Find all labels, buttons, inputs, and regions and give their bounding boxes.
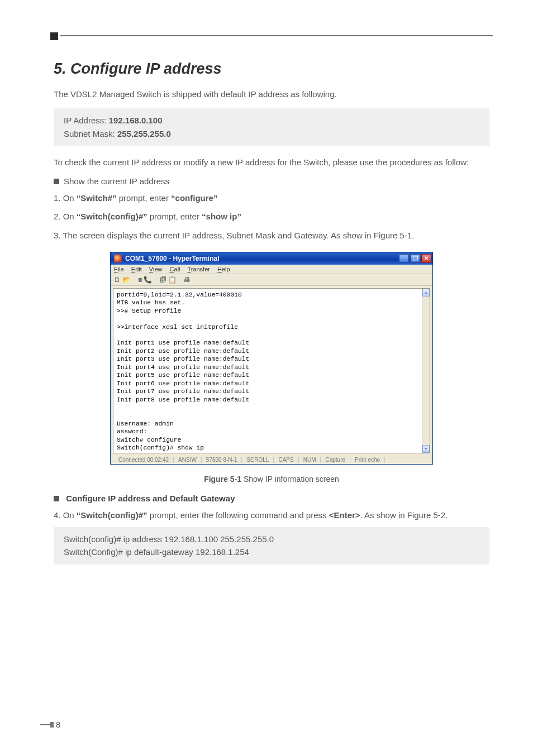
status-connected: Connected 00:02:42 xyxy=(114,457,174,463)
bullet-show-ip: Show the current IP address xyxy=(54,176,489,186)
footer-tick xyxy=(50,722,54,728)
cmd-line-2: Switch(Config)# ip default-gateway 192.1… xyxy=(64,547,249,557)
step-1-pre: 1. On xyxy=(54,193,77,203)
step-2: 2. On “Switch(config)#” prompt, enter “s… xyxy=(54,210,489,223)
menu-edit[interactable]: Edit xyxy=(131,266,142,272)
status-bar: Connected 00:02:42 ANSIW 57600 8-N-1 SCR… xyxy=(111,456,432,464)
maximize-button[interactable]: ❐ xyxy=(410,254,420,263)
square-bullet-icon xyxy=(54,179,59,184)
status-capture: Capture xyxy=(321,457,350,463)
step-1-prompt: “Switch#” xyxy=(77,193,117,203)
instruction-lead: To check the current IP address or modif… xyxy=(54,156,489,169)
scroll-up-icon[interactable]: ▴ xyxy=(422,289,430,296)
status-printecho: Print echo xyxy=(350,457,385,463)
status-num: NUM xyxy=(299,457,321,463)
status-baud: 57600 8-N-1 xyxy=(202,457,242,463)
subheading-configure: Configure IP address and Default Gateway xyxy=(54,494,489,503)
step-4-pre: 4. On xyxy=(54,510,77,520)
hyperterminal-window: COM1_57600 - HyperTerminal _ ❐ ✕ File Ed… xyxy=(110,252,433,465)
window-title: COM1_57600 - HyperTerminal xyxy=(125,255,399,262)
step-4-mid: prompt, enter the following command and … xyxy=(147,510,329,520)
header-rule xyxy=(60,35,493,36)
intro-paragraph: The VDSL2 Managed Switch is shipped with… xyxy=(54,88,489,101)
status-caps: CAPS xyxy=(274,457,298,463)
status-scroll: SCROLL xyxy=(242,457,274,463)
figure-5-1-wrap: COM1_57600 - HyperTerminal _ ❐ ✕ File Ed… xyxy=(54,252,489,484)
figure-caption: Figure 5-1 Show IP information screen xyxy=(54,475,489,484)
toolbar: 🗋📂 ☎📞 🗐📋 🖷 xyxy=(111,274,432,286)
step-4-enter: <Enter> xyxy=(329,510,360,520)
mask-label: Subnet Mask: xyxy=(64,129,115,138)
scroll-down-icon[interactable]: ▾ xyxy=(422,445,430,453)
figure-caption-label: Figure 5-1 xyxy=(204,475,241,484)
step-1-mid: prompt, enter xyxy=(117,193,172,203)
status-emu: ANSIW xyxy=(174,457,202,463)
step-2-pre: 2. On xyxy=(54,212,77,221)
ip-label: IP Address: xyxy=(64,116,106,125)
cmd-line-1: Switch(config)# ip address 192.168.1.100… xyxy=(64,534,274,544)
step-1-cmd: “configure” xyxy=(171,193,217,203)
figure-caption-text: Show IP information screen xyxy=(241,475,339,484)
minimize-button[interactable]: _ xyxy=(399,254,409,263)
step-1: 1. On “Switch#” prompt, enter “configure… xyxy=(54,192,489,204)
step-3: 3. The screen displays the current IP ad… xyxy=(54,229,489,242)
menu-file[interactable]: File xyxy=(114,266,124,272)
page-number: 8 xyxy=(56,720,60,729)
app-icon xyxy=(114,255,122,262)
menu-bar: File Edit View Call Transfer Help xyxy=(111,265,432,274)
header-square-marker xyxy=(50,32,58,40)
menu-view[interactable]: View xyxy=(149,266,163,272)
step-4-prompt: “Switch(config)#” xyxy=(77,510,147,520)
scrollbar[interactable]: ▴▾ xyxy=(422,289,430,453)
defaults-box: IP Address: 192.168.0.100 Subnet Mask: 2… xyxy=(54,108,489,146)
section-heading: 5. Configure IP address xyxy=(54,60,489,78)
subheading-text: Configure IP address and Default Gateway xyxy=(64,494,235,503)
terminal-output: portid=9,loid=2.1.32,value=400010 MIB va… xyxy=(113,288,430,453)
step-2-cmd: “show ip” xyxy=(202,212,241,221)
menu-help[interactable]: Help xyxy=(217,266,230,272)
page-content: 5. Configure IP address The VDSL2 Manage… xyxy=(54,60,489,717)
terminal-text: portid=9,loid=2.1.32,value=400010 MIB va… xyxy=(117,291,249,453)
step-2-mid: prompt, enter xyxy=(147,212,202,221)
menu-transfer[interactable]: Transfer xyxy=(187,266,210,272)
window-controls: _ ❐ ✕ xyxy=(399,254,431,263)
window-titlebar: COM1_57600 - HyperTerminal _ ❐ ✕ xyxy=(111,252,432,265)
menu-call[interactable]: Call xyxy=(170,266,180,272)
command-box: Switch(config)# ip address 192.168.1.100… xyxy=(54,527,489,564)
close-button[interactable]: ✕ xyxy=(421,254,431,263)
mask-value: 255.255.255.0 xyxy=(117,129,171,138)
square-bullet-icon xyxy=(54,496,59,501)
step-4: 4. On “Switch(config)#” prompt, enter th… xyxy=(54,509,489,521)
ip-value: 192.168.0.100 xyxy=(109,116,163,125)
step-2-prompt: “Switch(config)#” xyxy=(77,212,147,221)
bullet-show-text: Show the current IP address xyxy=(64,176,169,186)
step-4-tail: . As show in Figure 5-2. xyxy=(360,510,448,520)
